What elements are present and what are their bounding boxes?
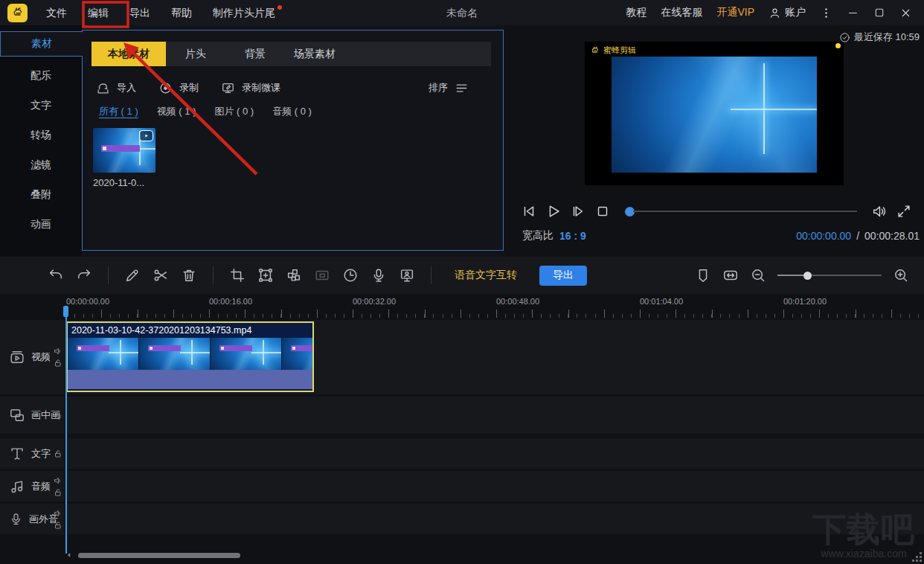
record-lesson-button[interactable]: 录制微课 [221,81,280,95]
vip-link[interactable]: 开通VIP [716,6,754,19]
timecode-total: 00:00:28.01 [864,230,920,242]
split-scissors-button[interactable] [153,267,169,283]
online-support-link[interactable]: 在线客服 [661,6,702,19]
next-frame-button[interactable] [570,203,586,219]
media-item-thumbnail[interactable] [93,128,155,173]
track-audio-header: 音频 [0,471,65,501]
menu-intro-outro[interactable]: 制作片头片尾 [202,0,286,25]
menu-file-label: 文件 [46,7,67,19]
track-audio-toggles [54,471,62,501]
sidebar-item-music[interactable]: 配乐 [0,61,82,91]
import-button[interactable]: 导入 [96,81,136,95]
lock-track-icon[interactable] [54,449,62,458]
zoom-slider-handle[interactable] [803,272,812,280]
sidebar-item-overlay[interactable]: 叠附 [0,180,82,210]
mosaic-button[interactable] [286,267,302,283]
fit-timeline-button[interactable] [722,267,739,283]
menu-export[interactable]: 导出 [119,0,161,25]
minimize-button[interactable] [847,7,859,19]
speech-text-convert-button[interactable]: 语音文字互转 [455,269,517,282]
hscrollbar-thumb[interactable] [78,553,240,558]
sidebar-item-transition[interactable]: 转场 [0,121,82,150]
export-button[interactable]: 导出 [539,266,587,286]
voiceover-mic-button[interactable] [370,267,387,283]
crop-button[interactable] [229,267,246,283]
zoom-in-button[interactable] [893,267,909,283]
more-menu-button[interactable] [820,7,832,19]
sidebar-item-transition-label: 转场 [31,129,51,142]
account-button[interactable]: 账户 [769,6,806,19]
tab-background[interactable]: 背景 [225,42,285,66]
menu-help[interactable]: 帮助 [161,0,202,25]
timeline-zoom-slider[interactable] [777,272,882,280]
tutorial-link[interactable]: 教程 [626,6,647,19]
maximize-button[interactable] [873,7,885,19]
menu-edit-label: 编辑 [88,7,109,19]
menu-edit[interactable]: 编辑 [77,0,119,25]
resize-grip[interactable] [912,552,923,563]
timeline-hscrollbar[interactable] [65,551,240,559]
filter-image[interactable]: 图片 ( 0 ) [214,105,254,118]
mute-track-icon[interactable] [54,509,62,518]
sort-button[interactable]: 排序 [429,81,469,95]
seek-bar[interactable] [625,207,857,217]
sidebar-item-text[interactable]: 文字 [0,91,82,121]
filter-video[interactable]: 视频 ( 1 ) [157,105,196,118]
preview-stage[interactable]: 蜜蜂剪辑 [585,42,844,185]
seek-track[interactable] [633,211,857,212]
lock-track-icon[interactable] [54,359,62,368]
edit-pencil-button[interactable] [124,267,141,283]
marker-flag-button[interactable] [695,267,711,283]
fullscreen-icon[interactable] [896,203,912,219]
undo-button[interactable] [48,267,64,283]
media-item[interactable]: 2020-11-0... [93,128,155,188]
aspect-ratio-value[interactable]: 16 : 9 [559,230,586,242]
timeline-ruler[interactable]: 00:00:00.00 00:00:16.00 00:00:32.00 00:0… [65,294,924,320]
lock-track-icon[interactable] [54,411,62,420]
sidebar-item-media[interactable]: 素材 [0,31,83,57]
sidebar-item-filter[interactable]: 滤镜 [0,150,82,180]
redo-button[interactable] [76,267,92,283]
record-button[interactable]: 录制 [158,81,199,95]
duration-clock-button[interactable] [342,267,359,283]
filter-audio[interactable]: 音频 ( 0 ) [272,105,312,118]
menu-intro-outro-label: 制作片头片尾 [213,7,275,19]
mute-track-icon[interactable] [54,347,62,356]
track-audio: 音频 [0,471,924,501]
mute-track-icon[interactable] [54,476,62,485]
delete-trash-button[interactable] [181,267,197,283]
filter-all[interactable]: 所有 ( 1 ) [99,105,138,118]
volume-icon[interactable] [871,203,888,219]
app-logo-bee-icon [7,4,28,22]
tab-scene-media[interactable]: 场景素材 [285,42,344,66]
sidebar-item-animation-label: 动画 [31,218,51,231]
clip-frame-thumbnail [139,338,211,370]
tab-local-media[interactable]: 本地素材 [92,42,166,66]
sort-label: 排序 [429,81,448,94]
recorder-watermark-strip [219,345,252,351]
timeline-video-clip[interactable]: 2020-11-03-10-42-3720201203134753.mp4 [66,321,314,392]
track-text-toggles [54,438,62,469]
clip-frame-thumbnail [282,338,312,370]
sidebar-item-animation[interactable]: 动画 [0,210,82,240]
import-icon [96,81,110,95]
tab-intro[interactable]: 片头 [166,42,225,66]
track-pip: 画中画 [0,397,924,434]
track-video-toggles [54,320,62,394]
zoom-frame-button[interactable] [257,267,274,283]
play-button[interactable] [545,203,562,219]
sort-list-icon [455,81,469,95]
zoom-out-button[interactable] [750,267,766,283]
title-bar: 文件 编辑 导出 帮助 制作片头片尾 未命名 教程 在线客服 开通VIP 账户 [0,0,924,25]
menu-file[interactable]: 文件 [36,0,77,25]
lock-track-icon[interactable] [54,521,62,530]
lock-track-icon[interactable] [54,488,62,497]
zoom-slider-track[interactable] [812,275,882,276]
close-button[interactable] [899,7,912,19]
presenter-camera-button[interactable] [399,267,415,283]
playhead-line[interactable] [65,306,67,554]
track-video-header: 视频 [0,320,65,394]
preview-panel: 最近保存 10:59 蜜蜂剪辑 宽高比 16 : 9 [504,25,924,257]
stop-button[interactable] [594,203,611,219]
previous-frame-button[interactable] [521,203,537,219]
